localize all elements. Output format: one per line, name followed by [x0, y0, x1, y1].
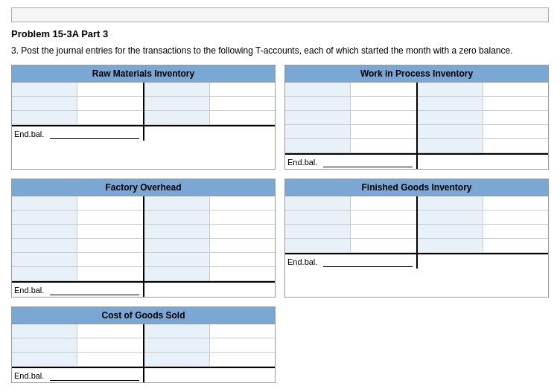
table-row — [285, 125, 416, 139]
cell[interactable] — [418, 225, 483, 238]
cell[interactable] — [210, 267, 275, 280]
cell[interactable] — [285, 139, 351, 152]
cell[interactable] — [483, 139, 548, 152]
cell[interactable] — [483, 211, 548, 224]
cell[interactable] — [418, 83, 483, 96]
cell[interactable] — [210, 83, 275, 96]
cell[interactable] — [351, 139, 416, 152]
cell[interactable] — [144, 239, 210, 252]
cell[interactable] — [351, 196, 416, 210]
cell[interactable] — [210, 211, 275, 224]
cell[interactable] — [285, 196, 351, 210]
cell[interactable] — [144, 225, 210, 238]
cell[interactable] — [210, 239, 275, 252]
cell[interactable] — [285, 111, 351, 124]
cell[interactable] — [483, 239, 548, 252]
cell[interactable] — [77, 267, 142, 280]
cell[interactable] — [144, 83, 210, 96]
cell[interactable] — [210, 196, 275, 210]
end-bal-input[interactable] — [50, 128, 139, 139]
cell[interactable] — [351, 97, 416, 110]
cell[interactable] — [418, 111, 483, 124]
cell[interactable] — [12, 225, 77, 238]
cell[interactable] — [12, 97, 77, 110]
cell[interactable] — [77, 211, 142, 224]
cell[interactable] — [12, 338, 77, 352]
cell[interactable] — [285, 211, 351, 224]
cell[interactable] — [77, 253, 142, 266]
cell[interactable] — [77, 239, 142, 252]
cell[interactable] — [144, 324, 210, 338]
cell[interactable] — [144, 267, 210, 280]
cell[interactable] — [144, 97, 210, 110]
cell[interactable] — [210, 253, 275, 266]
cell[interactable] — [210, 324, 275, 338]
cell[interactable] — [351, 211, 416, 224]
cell[interactable] — [77, 324, 142, 338]
cell[interactable] — [210, 353, 275, 366]
cell[interactable] — [144, 111, 210, 124]
cell[interactable] — [418, 211, 483, 224]
end-bal-input[interactable] — [323, 256, 413, 267]
cell[interactable] — [418, 239, 483, 252]
cell[interactable] — [77, 111, 142, 124]
cell[interactable] — [483, 97, 548, 110]
cell[interactable] — [144, 253, 210, 266]
cell[interactable] — [12, 253, 77, 266]
cell[interactable] — [12, 83, 77, 96]
work-in-process-account: Work in Process Inventory — [284, 65, 549, 170]
cell[interactable] — [483, 225, 548, 238]
cell[interactable] — [483, 196, 548, 210]
cell[interactable] — [77, 196, 142, 210]
cell[interactable] — [483, 83, 548, 96]
cell[interactable] — [210, 111, 275, 124]
cell[interactable] — [285, 225, 351, 238]
cell[interactable] — [144, 196, 210, 210]
end-bal-section: End.bal. — [285, 253, 416, 269]
table-row — [12, 239, 143, 253]
table-row — [418, 239, 549, 253]
cell[interactable] — [483, 111, 548, 124]
cell[interactable] — [418, 196, 483, 210]
end-bal-input[interactable] — [323, 156, 413, 167]
cell[interactable] — [285, 239, 351, 252]
cost-of-goods-sold-columns: End.bal. — [12, 324, 275, 382]
table-row — [418, 211, 549, 225]
finished-goods-columns: End.bal. — [285, 196, 548, 269]
cell[interactable] — [418, 139, 483, 152]
end-bal-label: End.bal. — [14, 129, 45, 138]
cell[interactable] — [285, 125, 351, 138]
cell[interactable] — [351, 239, 416, 252]
cell[interactable] — [144, 353, 210, 366]
table-row — [12, 225, 143, 239]
end-bal-input[interactable] — [50, 370, 139, 381]
cell[interactable] — [418, 97, 483, 110]
cell[interactable] — [77, 97, 142, 110]
cell[interactable] — [12, 111, 77, 124]
cell[interactable] — [351, 83, 416, 96]
cell[interactable] — [77, 353, 142, 366]
cell[interactable] — [12, 353, 77, 366]
cell[interactable] — [12, 324, 77, 338]
end-bal-input[interactable] — [50, 284, 139, 295]
cell[interactable] — [144, 338, 210, 352]
cell[interactable] — [418, 125, 483, 138]
cell[interactable] — [210, 97, 275, 110]
cell[interactable] — [144, 211, 210, 224]
cell[interactable] — [77, 338, 142, 352]
cell[interactable] — [351, 111, 416, 124]
cell[interactable] — [12, 239, 77, 252]
cell[interactable] — [77, 83, 142, 96]
cell[interactable] — [12, 267, 77, 280]
cell[interactable] — [210, 338, 275, 352]
cell[interactable] — [12, 211, 77, 224]
cell[interactable] — [285, 97, 351, 110]
cell[interactable] — [12, 196, 77, 210]
table-row — [285, 211, 416, 225]
cell[interactable] — [351, 225, 416, 238]
cell[interactable] — [285, 83, 351, 96]
cell[interactable] — [77, 225, 142, 238]
cell[interactable] — [483, 125, 548, 138]
cell[interactable] — [210, 225, 275, 238]
cell[interactable] — [351, 125, 416, 138]
